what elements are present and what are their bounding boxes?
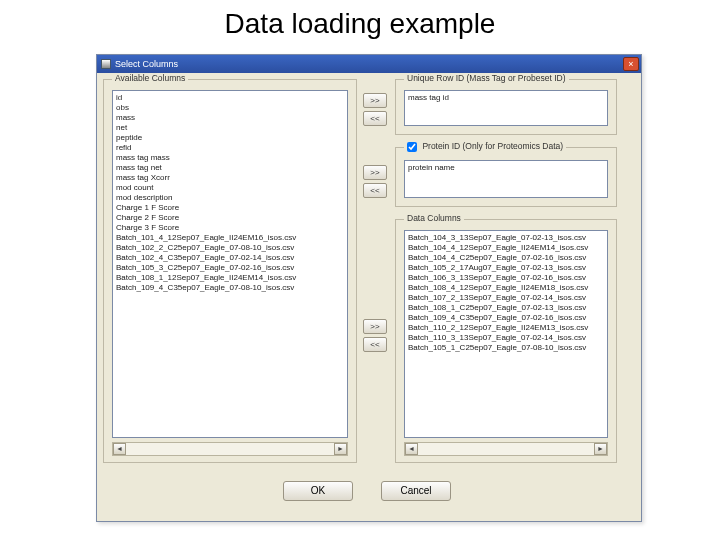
- list-item[interactable]: Batch_105_2_17Aug07_Eagle_07-02-13_isos.…: [408, 263, 604, 273]
- list-item[interactable]: mass tag mass: [116, 153, 344, 163]
- list-item[interactable]: Batch_108_4_12Sep07_Eagle_II24EM18_isos.…: [408, 283, 604, 293]
- unique-list[interactable]: mass tag id: [404, 90, 608, 126]
- scroll-right-icon[interactable]: ►: [334, 443, 347, 455]
- list-item[interactable]: Batch_104_4_C25ep07_Eagle_07-02-16_isos.…: [408, 253, 604, 263]
- cancel-button[interactable]: Cancel: [381, 481, 451, 501]
- scroll-left-icon[interactable]: ◄: [405, 443, 418, 455]
- list-item[interactable]: Batch_105_3_C25ep07_Eagle_07-02-16_isos.…: [116, 263, 344, 273]
- list-item[interactable]: Batch_105_1_C25ep07_Eagle_07-08-10_isos.…: [408, 343, 604, 353]
- list-item[interactable]: mass tag net: [116, 163, 344, 173]
- list-item[interactable]: Charge 1 F Score: [116, 203, 344, 213]
- available-list[interactable]: idobsmassnetpeptiderefidmass tag massmas…: [112, 90, 348, 438]
- group-protein: Protein ID (Only for Proteomics Data) pr…: [395, 147, 617, 207]
- scroll-left-icon[interactable]: ◄: [113, 443, 126, 455]
- group-available: Available Columns idobsmassnetpeptideref…: [103, 79, 357, 463]
- list-item[interactable]: peptide: [116, 133, 344, 143]
- list-item[interactable]: Charge 2 F Score: [116, 213, 344, 223]
- available-scrollbar[interactable]: ◄ ►: [112, 442, 348, 456]
- list-item[interactable]: Batch_108_1_C25ep07_Eagle_07-02-13_isos.…: [408, 303, 604, 313]
- list-item[interactable]: Batch_101_4_12Sep07_Eagle_II24EM16_isos.…: [116, 233, 344, 243]
- list-item[interactable]: mod count: [116, 183, 344, 193]
- list-item[interactable]: Batch_107_2_13Sep07_Eagle_07-02-14_isos.…: [408, 293, 604, 303]
- window-title: Select Columns: [115, 59, 178, 69]
- titlebar[interactable]: Select Columns ×: [97, 55, 641, 73]
- ok-button[interactable]: OK: [283, 481, 353, 501]
- select-columns-dialog: Select Columns × Available Columns idobs…: [96, 54, 642, 522]
- list-item[interactable]: mod description: [116, 193, 344, 203]
- group-protein-label: Protein ID (Only for Proteomics Data): [404, 141, 566, 152]
- list-item[interactable]: id: [116, 93, 344, 103]
- list-item[interactable]: Batch_104_3_13Sep07_Eagle_07-02-13_isos.…: [408, 233, 604, 243]
- group-data-label: Data Columns: [404, 213, 464, 223]
- list-item[interactable]: Batch_109_4_C35ep07_Eagle_07-08-10_isos.…: [116, 283, 344, 293]
- data-scrollbar[interactable]: ◄ ►: [404, 442, 608, 456]
- list-item[interactable]: mass tag Xcorr: [116, 173, 344, 183]
- protein-list[interactable]: protein name: [404, 160, 608, 198]
- unique-remove-button[interactable]: <<: [363, 111, 387, 126]
- list-item[interactable]: Batch_110_3_13Sep07_Eagle_07-02-14_isos.…: [408, 333, 604, 343]
- list-item[interactable]: Batch_102_4_C35ep07_Eagle_07-02-14_isos.…: [116, 253, 344, 263]
- list-item[interactable]: Batch_106_3_13Sep07_Eagle_07-02-16_isos.…: [408, 273, 604, 283]
- protein-remove-button[interactable]: <<: [363, 183, 387, 198]
- app-icon: [101, 59, 111, 69]
- slide-title: Data loading example: [0, 0, 720, 44]
- data-list[interactable]: Batch_104_3_13Sep07_Eagle_07-02-13_isos.…: [404, 230, 608, 438]
- data-add-button[interactable]: >>: [363, 319, 387, 334]
- close-icon[interactable]: ×: [623, 57, 639, 71]
- protein-checkbox[interactable]: [407, 142, 417, 152]
- list-item[interactable]: Charge 3 F Score: [116, 223, 344, 233]
- data-remove-button[interactable]: <<: [363, 337, 387, 352]
- group-available-label: Available Columns: [112, 73, 188, 83]
- list-item[interactable]: net: [116, 123, 344, 133]
- list-item[interactable]: Batch_102_2_C25ep07_Eagle_07-08-10_isos.…: [116, 243, 344, 253]
- protein-add-button[interactable]: >>: [363, 165, 387, 180]
- list-item[interactable]: Batch_108_1_12Sep07_Eagle_II24EM14_isos.…: [116, 273, 344, 283]
- list-item[interactable]: Batch_110_2_12Sep07_Eagle_II24EM13_isos.…: [408, 323, 604, 333]
- list-item[interactable]: Batch_104_4_12Sep07_Eagle_II24EM14_isos.…: [408, 243, 604, 253]
- list-item[interactable]: refid: [116, 143, 344, 153]
- list-item[interactable]: mass: [116, 113, 344, 123]
- group-protein-text: Protein ID (Only for Proteomics Data): [422, 141, 563, 151]
- list-item[interactable]: Batch_109_4_C35ep07_Eagle_07-02-16_isos.…: [408, 313, 604, 323]
- group-data: Data Columns Batch_104_3_13Sep07_Eagle_0…: [395, 219, 617, 463]
- group-unique: Unique Row ID (Mass Tag or Probeset ID) …: [395, 79, 617, 135]
- unique-add-button[interactable]: >>: [363, 93, 387, 108]
- list-item[interactable]: obs: [116, 103, 344, 113]
- list-item[interactable]: protein name: [408, 163, 604, 173]
- scroll-right-icon[interactable]: ►: [594, 443, 607, 455]
- list-item[interactable]: mass tag id: [408, 93, 604, 103]
- group-unique-label: Unique Row ID (Mass Tag or Probeset ID): [404, 73, 569, 83]
